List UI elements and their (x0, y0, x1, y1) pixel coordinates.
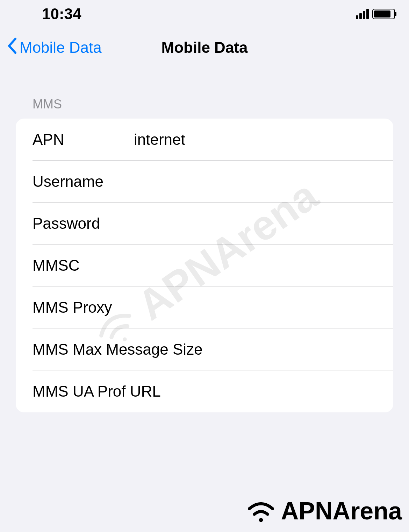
password-row[interactable]: Password (16, 203, 393, 244)
mms-max-size-row[interactable]: MMS Max Message Size (16, 328, 393, 370)
back-button[interactable]: Mobile Data (7, 37, 102, 58)
footer-brand: APNArena (244, 497, 402, 525)
status-time: 10:34 (42, 5, 81, 23)
mms-proxy-label: MMS Proxy (33, 299, 393, 316)
mms-max-size-label: MMS Max Message Size (33, 341, 393, 358)
mms-ua-prof-row[interactable]: MMS UA Prof URL (16, 370, 393, 412)
username-label: Username (33, 173, 134, 190)
apn-label: APN (33, 131, 134, 148)
signal-icon (356, 9, 369, 19)
battery-icon (372, 9, 395, 19)
password-input[interactable] (134, 215, 393, 232)
content-area: MMS APN Username Password MMSC MMS Proxy… (0, 67, 409, 412)
status-bar: 10:34 (0, 0, 409, 28)
footer-brand-text: APNArena (281, 497, 402, 525)
mms-proxy-row[interactable]: MMS Proxy (16, 286, 393, 328)
mms-ua-prof-label: MMS UA Prof URL (33, 383, 393, 400)
username-input[interactable] (134, 173, 393, 190)
apn-input[interactable] (134, 131, 393, 148)
svg-point-0 (259, 518, 263, 522)
chevron-left-icon (7, 37, 17, 58)
password-label: Password (33, 215, 134, 232)
mms-settings-group: APN Username Password MMSC MMS Proxy MMS… (16, 119, 393, 412)
wifi-icon (244, 499, 278, 523)
apn-row[interactable]: APN (16, 119, 393, 161)
mmsc-label: MMSC (33, 257, 134, 274)
username-row[interactable]: Username (16, 161, 393, 203)
mmsc-input[interactable] (134, 257, 393, 274)
section-header-mms: MMS (16, 67, 393, 119)
page-title: Mobile Data (162, 39, 248, 56)
back-label: Mobile Data (20, 39, 102, 56)
navigation-bar: Mobile Data Mobile Data (0, 28, 409, 67)
status-indicators (356, 9, 395, 19)
mmsc-row[interactable]: MMSC (16, 244, 393, 286)
